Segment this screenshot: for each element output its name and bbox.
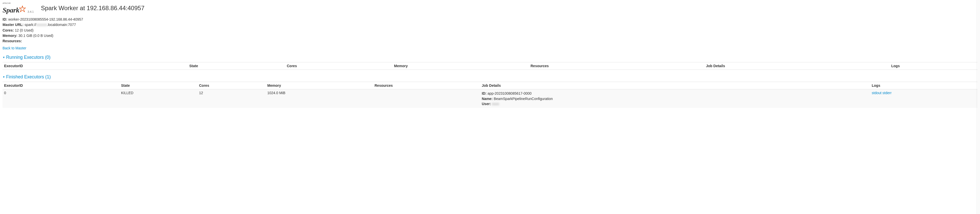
worker-id-label: ID: [3,17,7,21]
col-memory[interactable]: Memory [266,82,373,89]
col-logs[interactable]: Logs [890,62,977,70]
col-resources[interactable]: Resources [373,82,480,89]
scrollbar[interactable] [977,0,980,110]
cores-label: Cores: [3,28,14,32]
job-name-label: Name: [482,97,493,101]
cores-value: 12 (0 Used) [15,28,33,32]
finished-executors-table: ExecutorID State Cores Memory Resources … [3,82,977,108]
col-memory[interactable]: Memory [393,62,529,70]
worker-properties: ID: worker-20231008085554-192.168.86.44-… [3,17,977,50]
master-url-suffix: .localdomain:7077 [47,23,76,27]
col-executorid[interactable]: ExecutorID [3,62,188,70]
caret-down-icon: ▼ [3,56,5,59]
job-user: xxxx [492,102,499,106]
spark-brand[interactable]: APACHE Spark 3.4.1 [3,2,33,14]
col-jobdetails[interactable]: Job Details [705,62,890,70]
stderr-link[interactable]: stderr [882,91,892,95]
brand-version: 3.4.1 [27,10,33,13]
cell-executorid: 0 [3,89,119,108]
brand-superscript: APACHE [3,2,11,4]
finished-executors-toggle[interactable]: ▼ Finished Executors (1) [3,74,977,80]
cell-resources [373,89,480,108]
running-executors-toggle[interactable]: ▼ Running Executors (0) [3,55,977,60]
worker-id: worker-20231008085554-192.168.86.44-4095… [8,17,83,21]
job-user-label: User: [482,102,491,106]
brand-name: Spark [3,6,19,14]
finished-executors-title: Finished Executors (1) [6,74,51,80]
back-to-master-link[interactable]: Back to Master [3,46,26,50]
cell-state: KILLED [119,89,197,108]
spark-star-icon [19,6,26,13]
col-cores[interactable]: Cores [285,62,393,70]
memory-value: 30.1 GiB (0.0 B Used) [18,33,53,38]
running-executors-title: Running Executors (0) [6,55,51,60]
master-url-prefix: spark:// [24,23,36,27]
col-jobdetails[interactable]: Job Details [480,82,870,89]
job-name: BeamSparkPipelineRunConfiguration [494,97,553,101]
page-title: Spark Worker at 192.168.86.44:40957 [41,5,145,12]
running-executors-table: ExecutorID State Cores Memory Resources … [3,62,977,70]
master-url-host: xxxxxx [36,23,47,27]
col-executorid[interactable]: ExecutorID [3,82,119,89]
caret-down-icon: ▼ [3,76,5,78]
stdout-link[interactable]: stdout [872,91,881,95]
col-logs[interactable]: Logs [870,82,977,89]
memory-label: Memory: [3,33,18,38]
cell-cores: 12 [197,89,266,108]
master-url-label: Master URL: [3,23,24,27]
col-resources[interactable]: Resources [529,62,705,70]
col-cores[interactable]: Cores [197,82,266,89]
cell-logs: stdout stderr [870,89,977,108]
col-state[interactable]: State [119,82,197,89]
cell-memory: 1024.0 MiB [266,89,373,108]
col-state[interactable]: State [188,62,285,70]
cell-jobdetails: ID: app-20231008085617-0000 Name: BeamSp… [480,89,870,108]
resources-label: Resources: [3,39,22,43]
job-id: app-20231008085617-0000 [488,91,532,95]
job-id-label: ID: [482,91,487,95]
table-row: 0 KILLED 12 1024.0 MiB ID: app-202310080… [3,89,977,108]
